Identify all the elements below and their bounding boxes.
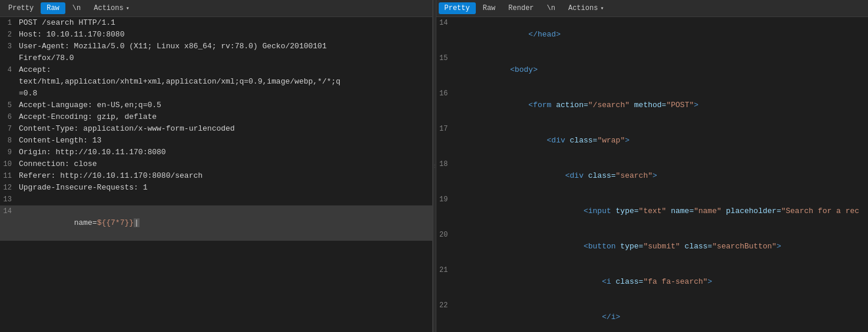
right-actions-chevron-icon: ▾ xyxy=(600,5,604,12)
line-14: 14 name=${{7*7}}| xyxy=(0,205,432,241)
left-panel: Pretty Raw \n Actions ▾ 1 POST /search H… xyxy=(0,0,433,332)
right-panel: Pretty Raw Render \n Actions ▾ 14 </head… xyxy=(436,0,869,332)
right-line-22: 22 </i> xyxy=(436,300,869,332)
left-actions-chevron-icon: ▾ xyxy=(126,5,130,12)
line-7: 7 Content-Type: application/x-www-form-u… xyxy=(0,123,432,135)
line-2: 2 Host: 10.10.11.170:8080 xyxy=(0,29,432,41)
right-actions-button[interactable]: Actions ▾ xyxy=(562,2,609,14)
left-code-lines: 1 POST /search HTTP/1.1 2 Host: 10.10.11… xyxy=(0,17,432,241)
right-actions-label: Actions xyxy=(568,4,598,12)
line-3: 3 User-Agent: Mozilla/5.0 (X11; Linux x8… xyxy=(0,41,432,64)
left-tab-raw[interactable]: Raw xyxy=(41,2,65,14)
line-4: 4 Accept: text/html,application/xhtml+xm… xyxy=(0,64,432,99)
line-8: 8 Content-Length: 13 xyxy=(0,135,432,147)
line-12: 12 Upgrade-Insecure-Requests: 1 xyxy=(0,182,432,194)
left-actions-label: Actions xyxy=(94,4,123,12)
right-tab-newline[interactable]: \n xyxy=(541,2,561,14)
line-11: 11 Referer: http://10.10.11.170:8080/sea… xyxy=(0,170,432,182)
right-line-20: 20 <button type="submit" class="searchBu… xyxy=(436,229,869,264)
left-tab-newline[interactable]: \n xyxy=(67,2,87,14)
left-toolbar: Pretty Raw \n Actions ▾ xyxy=(0,0,432,17)
line-13: 13 xyxy=(0,194,432,205)
left-content-area[interactable]: 1 POST /search HTTP/1.1 2 Host: 10.10.11… xyxy=(0,17,432,332)
line-6: 6 Accept-Encoding: gzip, deflate xyxy=(0,111,432,123)
right-toolbar: Pretty Raw Render \n Actions ▾ xyxy=(436,0,869,17)
right-line-18: 18 <div class="search"> xyxy=(436,158,869,194)
right-line-14: 14 </head> xyxy=(436,17,869,52)
right-line-21: 21 <i class="fa fa-search"> xyxy=(436,264,869,300)
right-line-17: 17 <div class="wrap"> xyxy=(436,123,869,158)
right-content-area[interactable]: 14 </head> 15 <body> 16 <form action="/s… xyxy=(436,17,869,332)
right-line-19: 19 <input type="text" name="name" placeh… xyxy=(436,194,869,229)
right-line-15: 15 <body> xyxy=(436,52,869,88)
left-tab-pretty[interactable]: Pretty xyxy=(2,2,39,14)
line-5: 5 Accept-Language: en-US,en;q=0.5 xyxy=(0,99,432,111)
line-1: 1 POST /search HTTP/1.1 xyxy=(0,17,432,29)
line-10: 10 Connection: close xyxy=(0,158,432,170)
right-line-16: 16 <form action="/search" method="POST"> xyxy=(436,88,869,123)
right-tab-render[interactable]: Render xyxy=(502,2,539,14)
line-9: 9 Origin: http://10.10.11.170:8080 xyxy=(0,147,432,158)
left-actions-button[interactable]: Actions ▾ xyxy=(88,2,135,14)
right-tab-raw[interactable]: Raw xyxy=(477,2,502,14)
right-tab-pretty[interactable]: Pretty xyxy=(439,2,476,14)
right-code-lines: 14 </head> 15 <body> 16 <form action="/s… xyxy=(436,17,869,332)
